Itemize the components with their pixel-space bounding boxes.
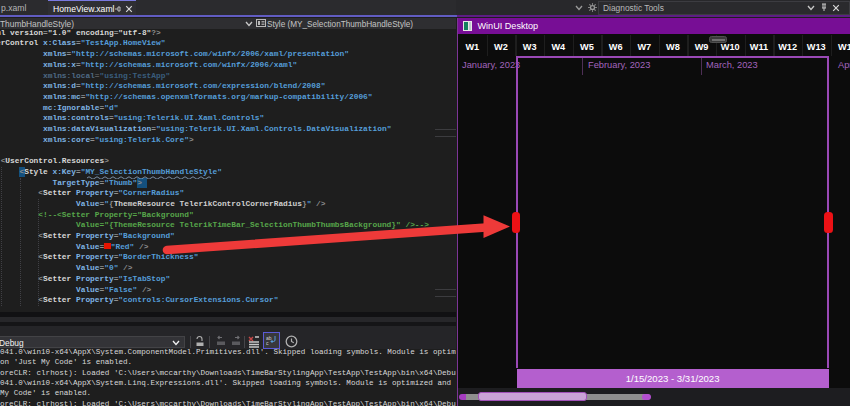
svg-text:c: c bbox=[266, 340, 269, 346]
